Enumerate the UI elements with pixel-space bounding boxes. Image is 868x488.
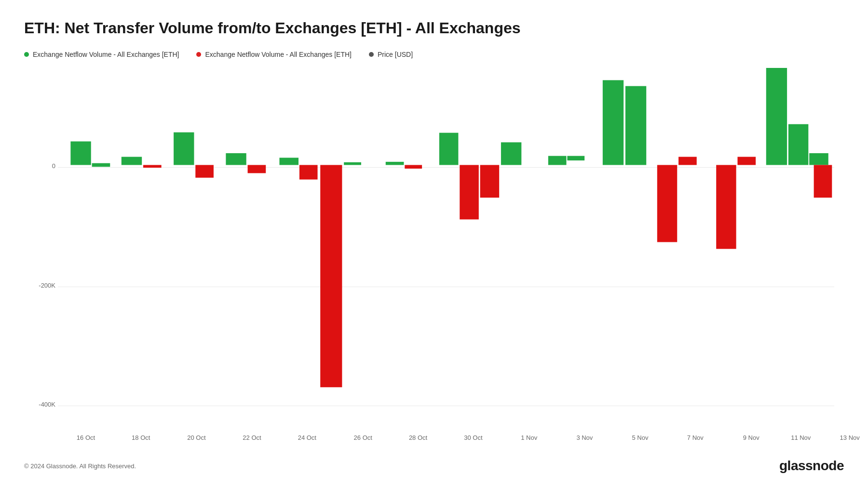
legend-dot-green xyxy=(24,52,29,57)
bar xyxy=(248,165,266,173)
bar xyxy=(657,165,677,242)
chart-area: 0 -200K -400K xyxy=(24,68,844,453)
bar xyxy=(814,165,832,198)
bar xyxy=(386,162,404,165)
bar xyxy=(788,124,808,165)
bars-chart xyxy=(58,68,834,422)
x-label-9nov: 9 Nov xyxy=(743,434,760,441)
bar xyxy=(460,165,479,219)
y-axis: 0 -200K -400K xyxy=(24,68,58,429)
bar xyxy=(625,86,646,165)
bar xyxy=(122,157,142,165)
bar-big-red xyxy=(320,165,342,387)
x-label-26oct: 26 Oct xyxy=(354,434,372,441)
bar xyxy=(70,142,91,165)
x-label-22oct: 22 Oct xyxy=(243,434,261,441)
copyright: © 2024 Glassnode. All Rights Reserved. xyxy=(24,462,136,470)
x-label-7nov: 7 Nov xyxy=(687,434,704,441)
legend-label-red: Exchange Netflow Volume - All Exchanges … xyxy=(205,51,351,58)
x-label-13nov: 13 Nov xyxy=(840,434,860,441)
x-label-28oct: 28 Oct xyxy=(409,434,427,441)
bar xyxy=(716,165,736,249)
legend-dot-price xyxy=(369,52,374,57)
x-label-20oct: 20 Oct xyxy=(187,434,205,441)
chart-legend: Exchange Netflow Volume - All Exchanges … xyxy=(24,51,844,58)
legend-dot-red xyxy=(196,52,201,57)
legend-item-price: Price [USD] xyxy=(369,51,413,58)
x-label-3nov: 3 Nov xyxy=(576,434,593,441)
bar xyxy=(279,158,298,165)
bar-tall-green xyxy=(766,68,787,165)
bar xyxy=(678,157,697,165)
bar xyxy=(344,162,361,165)
x-label-5nov: 5 Nov xyxy=(632,434,649,441)
chart-title: ETH: Net Transfer Volume from/to Exchang… xyxy=(24,19,844,37)
x-label-1nov: 1 Nov xyxy=(521,434,537,441)
legend-item-red: Exchange Netflow Volume - All Exchanges … xyxy=(196,51,351,58)
bar xyxy=(439,133,459,165)
x-axis: 16 Oct 18 Oct 20 Oct 22 Oct 24 Oct 26 Oc… xyxy=(58,429,834,453)
bar xyxy=(299,165,318,179)
bar xyxy=(92,163,110,167)
bar xyxy=(174,132,194,165)
bar xyxy=(480,165,500,198)
x-label-16oct: 16 Oct xyxy=(77,434,95,441)
bar xyxy=(195,165,214,177)
legend-label-price: Price [USD] xyxy=(378,51,413,58)
bar xyxy=(603,80,624,165)
y-label-0: 0 xyxy=(24,162,55,170)
x-label-30oct: 30 Oct xyxy=(464,434,482,441)
y-label-400k: -400K xyxy=(24,401,55,408)
bar xyxy=(567,156,584,160)
y-label-200k: -200K xyxy=(24,282,55,289)
x-label-18oct: 18 Oct xyxy=(132,434,150,441)
bar xyxy=(809,153,828,165)
bar xyxy=(226,153,246,165)
footer: © 2024 Glassnode. All Rights Reserved. g… xyxy=(24,453,844,474)
bar xyxy=(737,157,756,165)
x-label-11nov: 11 Nov xyxy=(791,434,811,441)
x-label-24oct: 24 Oct xyxy=(298,434,316,441)
glassnode-logo: glassnode xyxy=(779,458,844,474)
bar xyxy=(501,142,521,165)
bar xyxy=(548,156,567,165)
legend-label-green: Exchange Netflow Volume - All Exchanges … xyxy=(33,51,179,58)
legend-item-green: Exchange Netflow Volume - All Exchanges … xyxy=(24,51,179,58)
bar xyxy=(405,165,422,169)
bar xyxy=(143,165,162,168)
